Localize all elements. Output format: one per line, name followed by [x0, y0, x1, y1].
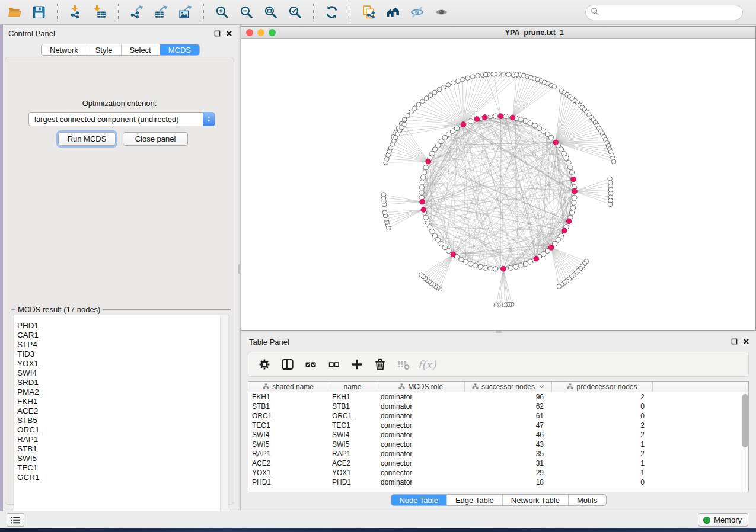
table-row[interactable]: SWI5SWI5connector431 [248, 440, 748, 449]
mcds-result-item[interactable]: SWI5 [17, 454, 218, 463]
column-header-successor-nodes[interactable]: successor nodes [465, 382, 552, 392]
column-view-icon[interactable] [279, 355, 296, 373]
gear-icon[interactable] [256, 355, 273, 373]
tab-network[interactable]: Network [42, 44, 87, 55]
graph-node[interactable] [493, 114, 498, 118]
graph-node[interactable] [523, 261, 528, 266]
tab-select[interactable]: Select [121, 44, 160, 55]
mcds-result-item[interactable]: RAP1 [17, 435, 218, 444]
graph-node[interactable] [437, 88, 442, 92]
tab-node-table[interactable]: Node Table [391, 495, 446, 505]
graph-node[interactable] [496, 72, 500, 76]
graph-node[interactable] [382, 210, 387, 215]
criterion-dropdown[interactable]: largest connected component (undirected)… [28, 112, 215, 126]
tab-motifs[interactable]: Motifs [568, 495, 606, 505]
scrollbar-thumb[interactable] [742, 394, 748, 447]
column-header-name[interactable]: name [328, 382, 377, 392]
mcds-result-item[interactable]: PHD1 [17, 321, 218, 331]
mcds-dominator-node[interactable] [420, 199, 425, 204]
graph-node[interactable] [478, 264, 483, 269]
graph-node[interactable] [428, 225, 432, 229]
mcds-dominator-node[interactable] [571, 177, 576, 182]
mcds-dominator-node[interactable] [451, 252, 456, 257]
graph-node[interactable] [419, 190, 424, 195]
first-neighbors-icon[interactable] [383, 2, 403, 23]
graph-node[interactable] [425, 220, 430, 225]
graph-node[interactable] [562, 151, 566, 156]
mcds-result-item[interactable]: STB1 [17, 444, 218, 454]
graph-node[interactable] [422, 170, 426, 175]
run-mcds-button[interactable]: Run MCDS [58, 132, 116, 146]
graph-node[interactable] [483, 265, 487, 270]
graph-node[interactable] [564, 156, 569, 161]
graph-node[interactable] [461, 77, 465, 82]
add-row-icon[interactable] [348, 355, 366, 373]
search-box[interactable] [585, 5, 743, 20]
graph-node[interactable] [464, 259, 468, 264]
graph-node[interactable] [518, 117, 523, 122]
mcds-result-item[interactable]: STP4 [17, 340, 218, 350]
graph-node[interactable] [569, 210, 574, 215]
graph-node[interactable] [513, 264, 518, 269]
mcds-dominator-node[interactable] [421, 207, 426, 213]
graph-node[interactable] [523, 118, 528, 123]
export-network-icon[interactable] [127, 2, 146, 23]
show-all-icon[interactable] [432, 2, 451, 23]
graph-node[interactable] [451, 81, 455, 85]
graph-node[interactable] [493, 267, 498, 271]
close-panel-icon[interactable] [225, 30, 233, 37]
graph-node[interactable] [456, 79, 461, 84]
graph-node[interactable] [419, 273, 424, 277]
graph-node[interactable] [402, 117, 407, 122]
float-panel-icon[interactable] [731, 338, 738, 345]
graph-node[interactable] [419, 185, 424, 190]
graph-node[interactable] [528, 259, 532, 264]
close-panel-button[interactable]: Close panel [123, 132, 188, 146]
tab-edge-table[interactable]: Edge Table [446, 495, 502, 505]
close-window-button[interactable] [246, 29, 253, 36]
network-window-titlebar[interactable]: YPA_prune.txt_1 [241, 27, 755, 39]
table-row[interactable]: YOX1YOX1connector291 [248, 468, 748, 477]
mcds-result-item[interactable]: ACE2 [17, 406, 218, 416]
graph-node[interactable] [420, 180, 425, 185]
open-file-icon[interactable] [5, 2, 24, 23]
mcds-dominator-node[interactable] [501, 266, 506, 271]
table-row[interactable]: STB1STB1dominator620 [248, 402, 748, 411]
refresh-icon[interactable] [322, 2, 342, 23]
graph-node[interactable] [518, 263, 523, 268]
graph-node[interactable] [402, 122, 407, 127]
zoom-selected-icon[interactable] [285, 2, 305, 23]
mcds-dominator-node[interactable] [461, 122, 466, 127]
table-row[interactable]: PHD1PHD1dominator180 [248, 477, 748, 487]
graph-node[interactable] [508, 265, 513, 270]
tab-style[interactable]: Style [87, 44, 121, 55]
mcds-result-item[interactable]: ORC1 [17, 425, 218, 435]
mcds-result-item[interactable]: TEC1 [17, 463, 218, 473]
table-row[interactable]: RAP1RAP1dominator352 [248, 449, 748, 459]
mcds-result-item[interactable]: TID3 [17, 350, 218, 359]
task-history-button[interactable] [7, 513, 24, 527]
mcds-result-item[interactable]: GCR1 [17, 473, 218, 482]
column-header-predecessor-nodes[interactable]: predecessor nodes [552, 382, 653, 392]
graph-node[interactable] [406, 114, 410, 118]
unselect-all-icon[interactable] [325, 355, 343, 373]
zoom-window-button[interactable] [269, 29, 276, 36]
mcds-dominator-node[interactable] [426, 159, 431, 164]
graph-node[interactable] [476, 73, 480, 78]
duplicate-network-icon[interactable] [359, 2, 378, 23]
graph-node[interactable] [570, 206, 575, 210]
column-header-shared-name[interactable]: shared name [248, 382, 328, 392]
graph-node[interactable] [420, 99, 425, 104]
graph-node[interactable] [552, 85, 557, 89]
mcds-result-item[interactable]: FKH1 [17, 397, 218, 406]
table-row[interactable]: SWI4SWI4dominator462 [248, 430, 748, 440]
graph-node[interactable] [566, 160, 571, 165]
splitter-grip[interactable] [238, 264, 240, 274]
mcds-result-list[interactable]: PHD1CAR1STP4TID3YOX1SWI4SRD1PMA2FKH1ACE2… [14, 315, 228, 526]
mcds-dominator-node[interactable] [562, 228, 567, 233]
hide-selection-icon[interactable] [407, 2, 427, 23]
table-row[interactable]: ORC1ORC1dominator610 [248, 411, 748, 421]
graph-node[interactable] [409, 110, 414, 114]
search-input[interactable] [599, 7, 742, 18]
mcds-dominator-node[interactable] [474, 117, 480, 122]
